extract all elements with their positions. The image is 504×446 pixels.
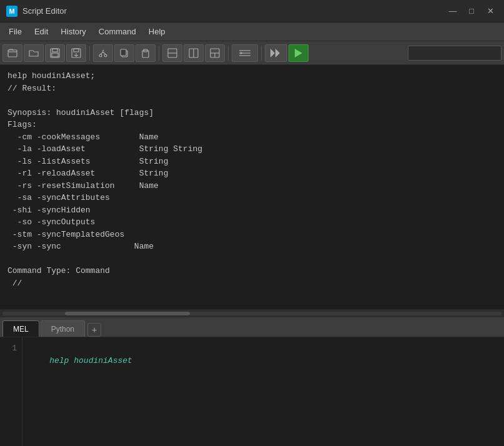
- app-icon: M: [6, 6, 17, 17]
- menubar: File Edit History Command Help: [0, 22, 504, 41]
- hscroll-track: [2, 312, 502, 315]
- tab-add-button[interactable]: +: [87, 323, 101, 337]
- cut-button[interactable]: [93, 44, 113, 62]
- search-input[interactable]: [408, 46, 502, 61]
- svg-marker-24: [275, 49, 280, 57]
- menu-history[interactable]: History: [54, 24, 92, 39]
- editor-code: help houdiniAsset: [49, 356, 132, 365]
- output-area[interactable]: help houdiniAsset; // Result: Synopsis: …: [0, 65, 504, 309]
- hscroll-thumb[interactable]: [65, 312, 190, 315]
- svg-rect-0: [8, 50, 17, 57]
- copy-button[interactable]: [114, 44, 134, 62]
- layout2-button[interactable]: [184, 44, 204, 62]
- svg-marker-22: [240, 52, 243, 54]
- tab-mel[interactable]: MEL: [2, 320, 39, 337]
- editor-content[interactable]: help houdiniAsset: [22, 337, 504, 446]
- menu-command[interactable]: Command: [92, 24, 142, 39]
- menu-help[interactable]: Help: [142, 24, 172, 39]
- tab-python[interactable]: Python: [41, 320, 85, 337]
- line-numbers: 1: [0, 337, 22, 446]
- minimize-button[interactable]: —: [445, 5, 460, 17]
- close-button[interactable]: ✕: [483, 5, 498, 17]
- layout3-button[interactable]: [205, 44, 225, 62]
- save-as-button[interactable]: [66, 44, 86, 62]
- save-button[interactable]: [45, 44, 65, 62]
- paste-button[interactable]: [136, 44, 156, 62]
- separator-4: [261, 46, 262, 61]
- svg-rect-2: [52, 49, 57, 52]
- separator-2: [159, 46, 159, 61]
- open-folder-button[interactable]: [24, 44, 44, 62]
- svg-rect-3: [52, 53, 58, 57]
- svg-rect-5: [74, 49, 79, 52]
- svg-point-7: [104, 54, 107, 57]
- layout1-button[interactable]: [162, 44, 182, 62]
- svg-marker-23: [270, 49, 275, 57]
- indent-button[interactable]: [232, 44, 258, 62]
- menu-file[interactable]: File: [2, 24, 28, 39]
- editor-area: 1 help houdiniAsset: [0, 337, 504, 446]
- run-all-button[interactable]: [265, 44, 287, 62]
- titlebar: M Script Editor — □ ✕: [0, 0, 504, 22]
- open-file-button[interactable]: [2, 44, 22, 62]
- menu-edit[interactable]: Edit: [28, 24, 54, 39]
- maximize-button[interactable]: □: [464, 5, 479, 17]
- separator-1: [89, 46, 90, 61]
- svg-rect-9: [121, 49, 126, 56]
- svg-point-6: [99, 54, 102, 57]
- horizontal-scrollbar[interactable]: [0, 309, 504, 317]
- run-button[interactable]: [289, 44, 309, 62]
- tabs-bar: MEL Python +: [0, 317, 504, 337]
- window-controls: — □ ✕: [445, 5, 498, 17]
- separator-3: [228, 46, 229, 61]
- toolbar: [0, 41, 504, 65]
- svg-marker-25: [295, 49, 302, 57]
- window-title: Script Editor: [22, 6, 445, 16]
